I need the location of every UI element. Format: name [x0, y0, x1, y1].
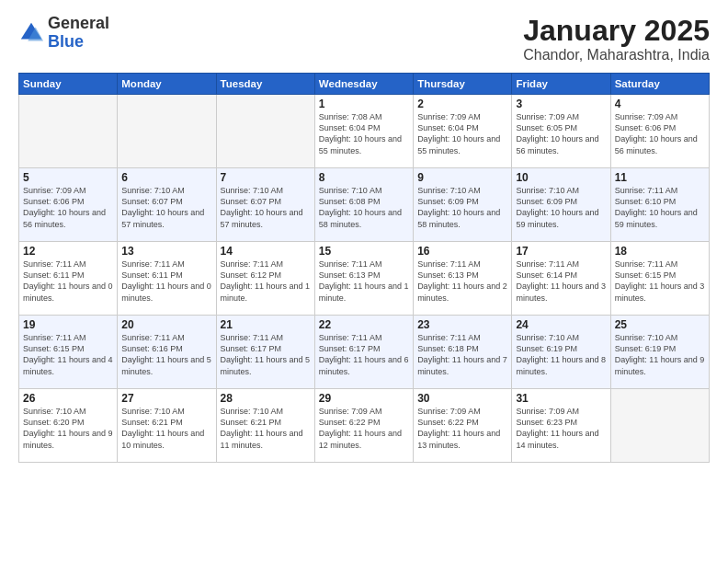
- day-header-sunday: Sunday: [19, 74, 118, 95]
- calendar-day-cell: 6Sunrise: 7:10 AM Sunset: 6:07 PM Daylig…: [118, 168, 216, 242]
- day-number: 8: [319, 171, 409, 184]
- day-number: 6: [121, 171, 211, 184]
- day-number: 16: [417, 245, 507, 258]
- calendar-title: January 2025: [523, 15, 710, 47]
- day-number: 31: [516, 392, 606, 405]
- calendar-day-cell: 9Sunrise: 7:10 AM Sunset: 6:09 PM Daylig…: [414, 168, 512, 242]
- calendar-day-cell: 20Sunrise: 7:11 AM Sunset: 6:16 PM Dayli…: [118, 316, 216, 389]
- day-info: Sunrise: 7:11 AM Sunset: 6:15 PM Dayligh…: [23, 332, 113, 377]
- calendar-day-cell: 28Sunrise: 7:10 AM Sunset: 6:21 PM Dayli…: [216, 389, 314, 463]
- calendar-day-cell: 12Sunrise: 7:11 AM Sunset: 6:11 PM Dayli…: [19, 242, 118, 316]
- logo-icon: [18, 20, 44, 46]
- header: General Blue January 2025 Chandor, Mahar…: [18, 15, 710, 63]
- calendar-day-cell: 29Sunrise: 7:09 AM Sunset: 6:22 PM Dayli…: [314, 389, 413, 463]
- day-info: Sunrise: 7:10 AM Sunset: 6:19 PM Dayligh…: [516, 332, 606, 377]
- day-info: Sunrise: 7:09 AM Sunset: 6:04 PM Dayligh…: [417, 111, 507, 156]
- calendar-day-cell: 14Sunrise: 7:11 AM Sunset: 6:12 PM Dayli…: [216, 242, 314, 316]
- day-info: Sunrise: 7:11 AM Sunset: 6:17 PM Dayligh…: [319, 332, 409, 377]
- day-number: 10: [516, 171, 606, 184]
- logo: General Blue: [18, 15, 109, 52]
- calendar-day-cell: 22Sunrise: 7:11 AM Sunset: 6:17 PM Dayli…: [314, 316, 413, 389]
- day-info: Sunrise: 7:09 AM Sunset: 6:05 PM Dayligh…: [516, 111, 606, 156]
- day-info: Sunrise: 7:09 AM Sunset: 6:23 PM Dayligh…: [516, 406, 606, 451]
- day-info: Sunrise: 7:11 AM Sunset: 6:11 PM Dayligh…: [23, 259, 113, 304]
- calendar-day-cell: 10Sunrise: 7:10 AM Sunset: 6:09 PM Dayli…: [512, 168, 610, 242]
- calendar-day-cell: 18Sunrise: 7:11 AM Sunset: 6:15 PM Dayli…: [610, 242, 709, 316]
- calendar-day-cell: 7Sunrise: 7:10 AM Sunset: 6:07 PM Daylig…: [216, 168, 314, 242]
- day-info: Sunrise: 7:11 AM Sunset: 6:11 PM Dayligh…: [121, 259, 211, 304]
- calendar-day-cell: 16Sunrise: 7:11 AM Sunset: 6:13 PM Dayli…: [414, 242, 512, 316]
- day-header-monday: Monday: [118, 74, 216, 95]
- day-info: Sunrise: 7:10 AM Sunset: 6:07 PM Dayligh…: [221, 185, 311, 230]
- calendar-table: SundayMondayTuesdayWednesdayThursdayFrid…: [18, 73, 710, 463]
- calendar-day-cell: 15Sunrise: 7:11 AM Sunset: 6:13 PM Dayli…: [314, 242, 413, 316]
- calendar-day-cell: 30Sunrise: 7:09 AM Sunset: 6:22 PM Dayli…: [414, 389, 512, 463]
- day-number: 15: [319, 245, 409, 258]
- day-number: 20: [121, 318, 211, 331]
- day-info: Sunrise: 7:10 AM Sunset: 6:07 PM Dayligh…: [121, 185, 211, 230]
- day-info: Sunrise: 7:11 AM Sunset: 6:17 PM Dayligh…: [221, 332, 311, 377]
- day-number: 19: [23, 318, 113, 331]
- day-number: 23: [417, 318, 507, 331]
- calendar-day-cell: 27Sunrise: 7:10 AM Sunset: 6:21 PM Dayli…: [118, 389, 216, 463]
- calendar-day-cell: 3Sunrise: 7:09 AM Sunset: 6:05 PM Daylig…: [512, 95, 610, 168]
- calendar-day-cell: 4Sunrise: 7:09 AM Sunset: 6:06 PM Daylig…: [610, 95, 709, 168]
- calendar-header-row: SundayMondayTuesdayWednesdayThursdayFrid…: [19, 74, 710, 95]
- calendar-subtitle: Chandor, Maharashtra, India: [523, 47, 710, 63]
- calendar-day-cell: 11Sunrise: 7:11 AM Sunset: 6:10 PM Dayli…: [610, 168, 709, 242]
- day-info: Sunrise: 7:09 AM Sunset: 6:22 PM Dayligh…: [417, 406, 507, 451]
- calendar-day-cell: 5Sunrise: 7:09 AM Sunset: 6:06 PM Daylig…: [19, 168, 118, 242]
- day-info: Sunrise: 7:10 AM Sunset: 6:21 PM Dayligh…: [221, 406, 311, 451]
- day-header-wednesday: Wednesday: [314, 74, 413, 95]
- calendar-day-cell: [118, 95, 216, 168]
- day-info: Sunrise: 7:11 AM Sunset: 6:12 PM Dayligh…: [221, 259, 311, 304]
- day-info: Sunrise: 7:10 AM Sunset: 6:20 PM Dayligh…: [23, 406, 113, 451]
- day-info: Sunrise: 7:11 AM Sunset: 6:15 PM Dayligh…: [615, 259, 705, 304]
- calendar-week-row: 26Sunrise: 7:10 AM Sunset: 6:20 PM Dayli…: [19, 389, 710, 463]
- calendar-day-cell: 2Sunrise: 7:09 AM Sunset: 6:04 PM Daylig…: [414, 95, 512, 168]
- day-number: 3: [516, 98, 606, 110]
- calendar-day-cell: 24Sunrise: 7:10 AM Sunset: 6:19 PM Dayli…: [512, 316, 610, 389]
- logo-text: General Blue: [48, 15, 109, 52]
- day-number: 24: [516, 318, 606, 331]
- day-number: 14: [221, 245, 311, 258]
- day-number: 4: [615, 98, 705, 110]
- day-number: 22: [319, 318, 409, 331]
- day-info: Sunrise: 7:11 AM Sunset: 6:14 PM Dayligh…: [516, 259, 606, 304]
- logo-blue: Blue: [48, 32, 84, 51]
- day-info: Sunrise: 7:09 AM Sunset: 6:22 PM Dayligh…: [319, 406, 409, 451]
- calendar-day-cell: 8Sunrise: 7:10 AM Sunset: 6:08 PM Daylig…: [314, 168, 413, 242]
- day-number: 13: [121, 245, 211, 258]
- calendar-week-row: 12Sunrise: 7:11 AM Sunset: 6:11 PM Dayli…: [19, 242, 710, 316]
- calendar-day-cell: 17Sunrise: 7:11 AM Sunset: 6:14 PM Dayli…: [512, 242, 610, 316]
- calendar-day-cell: 31Sunrise: 7:09 AM Sunset: 6:23 PM Dayli…: [512, 389, 610, 463]
- calendar-day-cell: 21Sunrise: 7:11 AM Sunset: 6:17 PM Dayli…: [216, 316, 314, 389]
- day-number: 9: [417, 171, 507, 184]
- calendar-day-cell: 26Sunrise: 7:10 AM Sunset: 6:20 PM Dayli…: [19, 389, 118, 463]
- day-number: 26: [23, 392, 113, 405]
- day-info: Sunrise: 7:10 AM Sunset: 6:08 PM Dayligh…: [319, 185, 409, 230]
- calendar-day-cell: 25Sunrise: 7:10 AM Sunset: 6:19 PM Dayli…: [610, 316, 709, 389]
- day-info: Sunrise: 7:11 AM Sunset: 6:13 PM Dayligh…: [319, 259, 409, 304]
- calendar-week-row: 5Sunrise: 7:09 AM Sunset: 6:06 PM Daylig…: [19, 168, 710, 242]
- day-number: 29: [319, 392, 409, 405]
- day-header-saturday: Saturday: [610, 74, 709, 95]
- day-number: 17: [516, 245, 606, 258]
- day-info: Sunrise: 7:09 AM Sunset: 6:06 PM Dayligh…: [23, 185, 113, 230]
- day-info: Sunrise: 7:10 AM Sunset: 6:09 PM Dayligh…: [516, 185, 606, 230]
- day-info: Sunrise: 7:10 AM Sunset: 6:09 PM Dayligh…: [417, 185, 507, 230]
- page: General Blue January 2025 Chandor, Mahar…: [0, 0, 728, 563]
- calendar-day-cell: [19, 95, 118, 168]
- day-number: 11: [615, 171, 705, 184]
- calendar-day-cell: 13Sunrise: 7:11 AM Sunset: 6:11 PM Dayli…: [118, 242, 216, 316]
- calendar-week-row: 19Sunrise: 7:11 AM Sunset: 6:15 PM Dayli…: [19, 316, 710, 389]
- logo-general: General: [48, 14, 109, 32]
- day-info: Sunrise: 7:11 AM Sunset: 6:10 PM Dayligh…: [615, 185, 705, 230]
- day-number: 7: [221, 171, 311, 184]
- calendar-day-cell: 23Sunrise: 7:11 AM Sunset: 6:18 PM Dayli…: [414, 316, 512, 389]
- day-number: 12: [23, 245, 113, 258]
- day-header-thursday: Thursday: [414, 74, 512, 95]
- day-number: 28: [221, 392, 311, 405]
- day-number: 1: [319, 98, 409, 110]
- day-number: 18: [615, 245, 705, 258]
